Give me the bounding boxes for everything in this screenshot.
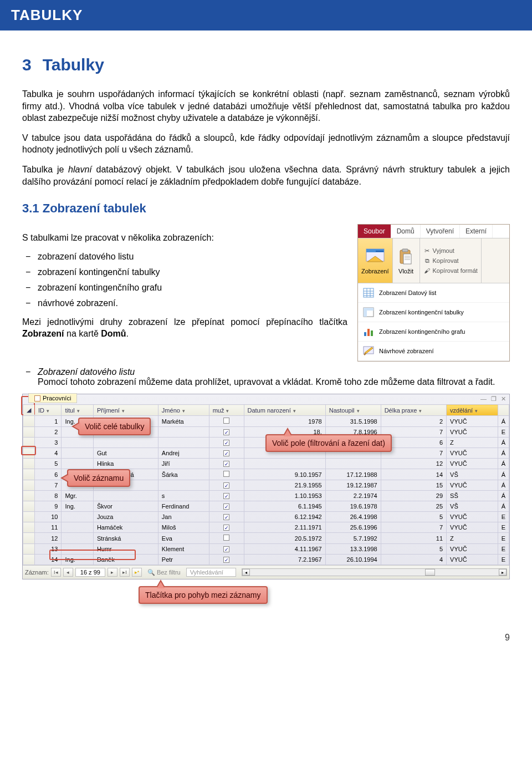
table-row[interactable]: 12StránskáEva20.5.19725.7.199211ZE — [23, 533, 509, 544]
row-selector[interactable] — [23, 480, 35, 491]
column-header[interactable]: Jméno▾ — [158, 405, 209, 416]
window-buttons: ― ❐ ✕ — [480, 395, 506, 403]
checkbox[interactable] — [223, 535, 229, 541]
search-box[interactable]: Vyhledávání — [186, 568, 236, 577]
checkbox[interactable] — [223, 418, 229, 424]
row-selector[interactable] — [23, 501, 35, 512]
table-row[interactable]: 8Mgr.s✓1.10.19532.2.197429SŠÁ — [23, 491, 509, 501]
column-header[interactable]: ID▾ — [35, 405, 62, 416]
table-row[interactable]: 11HamáčekMiloš✓2.11.197125.6.19967VYUČE — [23, 522, 509, 533]
callout-nav-buttons: Tlačítka pro pohyb mezi záznamy — [139, 586, 268, 604]
table-row[interactable]: 9Ing.ŠkvorFerdinand✓6.1.194519.6.197825V… — [23, 501, 509, 512]
dropdown-icon[interactable]: ▾ — [357, 408, 360, 414]
page-number: 9 — [0, 624, 532, 652]
column-header[interactable]: titul▾ — [62, 405, 93, 416]
scroll-right-button[interactable]: ▸ — [499, 569, 507, 576]
row-selector[interactable] — [23, 522, 35, 533]
bullet-list: −zobrazení datového listu −zobrazení kon… — [22, 252, 347, 308]
list-item: zobrazení kontingenčního grafu — [38, 283, 162, 293]
view-icon[interactable] — [365, 247, 385, 267]
list-item: zobrazení kontingenční tabulky — [38, 267, 160, 277]
row-selector[interactable] — [23, 416, 35, 427]
format-painter-button[interactable]: 🖌Kopírovat formát — [423, 266, 478, 276]
checkbox[interactable]: ✓ — [223, 461, 229, 467]
main-content: 3Tabulky Tabulka je souhrn uspořádaných … — [0, 30, 532, 624]
dropdown-icon[interactable]: ▾ — [122, 408, 125, 414]
dropdown-icon[interactable]: ▾ — [77, 408, 80, 414]
menu-pivot-table[interactable]: Zobrazení kontingenční tabulky — [358, 303, 509, 322]
row-selector[interactable] — [23, 491, 35, 501]
object-tab[interactable]: Pracovníci — [28, 393, 77, 403]
dropdown-icon[interactable]: ▾ — [226, 408, 229, 414]
dropdown-icon[interactable]: ▾ — [182, 408, 185, 414]
checkbox[interactable]: ✓ — [223, 504, 229, 510]
minimize-icon[interactable]: ― — [480, 395, 487, 403]
column-header[interactable] — [498, 405, 509, 416]
tab-externi[interactable]: Externí — [460, 225, 493, 238]
copy-icon: ⧉ — [423, 257, 431, 265]
nav-new-button[interactable]: ▸* — [132, 568, 142, 577]
nav-next-button[interactable]: ▸ — [108, 568, 117, 577]
nav-position[interactable]: 16 z 99 — [75, 568, 105, 577]
nav-prev-button[interactable]: ◂ — [63, 568, 73, 577]
row-selector[interactable] — [23, 459, 35, 469]
table-row[interactable]: 5HlinkaJiří✓12VYUČÁ — [23, 459, 509, 469]
checkbox[interactable]: ✓ — [223, 429, 229, 435]
copy-button[interactable]: ⧉Kopírovat — [423, 256, 459, 266]
row-selector[interactable] — [23, 512, 35, 522]
checkbox[interactable]: ✓ — [223, 440, 229, 446]
scroll-thumb[interactable] — [425, 569, 435, 576]
restore-icon[interactable]: ❐ — [491, 395, 497, 403]
paragraph: Mezi jednotlivými druhy zobrazení lze př… — [22, 316, 347, 340]
view-label: Zobrazení — [361, 268, 389, 274]
paste-label: Vložit — [398, 268, 413, 274]
section-heading: 3Tabulky — [22, 55, 510, 74]
checkbox[interactable]: ✓ — [223, 514, 229, 520]
cut-button[interactable]: ✂Vyjmout — [423, 246, 454, 256]
checkbox[interactable]: ✓ — [223, 493, 229, 499]
svg-rect-2 — [376, 251, 383, 252]
scroll-left-button[interactable]: ◂ — [242, 569, 250, 576]
column-header[interactable]: Datum narození▾ — [244, 405, 325, 416]
close-icon[interactable]: ✕ — [501, 395, 506, 403]
checkbox[interactable]: ✓ — [223, 546, 229, 552]
list-item: zobrazení datového listu — [38, 252, 134, 262]
column-header[interactable]: Nastoupil▾ — [325, 405, 381, 416]
menu-datasheet-view[interactable]: Zobrazení Datový list — [358, 283, 509, 303]
table-row[interactable]: 10JouzaJan✓6.12.194226.4.19985VYUČE — [23, 512, 509, 522]
column-header[interactable]: muž▾ — [209, 405, 244, 416]
checkbox[interactable]: ✓ — [223, 557, 229, 563]
checkbox[interactable]: ✓ — [223, 482, 229, 489]
nav-last-button[interactable]: ▸I — [120, 568, 130, 577]
row-selector[interactable] — [23, 544, 35, 555]
row-selector[interactable] — [23, 469, 35, 480]
row-selector[interactable] — [23, 427, 35, 438]
sub-heading: Zobrazení datového listu — [38, 367, 510, 377]
svg-rect-19 — [367, 329, 370, 336]
column-header-selected[interactable]: vzdělání▾ — [447, 405, 498, 416]
menu-design-view[interactable]: Návrhové zobrazení — [358, 342, 509, 361]
horizontal-scrollbar[interactable]: ◂ ▸ — [242, 568, 507, 576]
row-selector[interactable] — [23, 555, 35, 565]
column-header[interactable]: Příjmení▾ — [93, 405, 158, 416]
ribbon-figure: Soubor Domů Vytvoření Externí Zobrazení — [357, 224, 510, 362]
checkbox[interactable]: ✓ — [223, 450, 229, 456]
dropdown-icon[interactable]: ▾ — [47, 408, 49, 414]
menu-pivot-chart[interactable]: Zobrazení kontingenčního grafu — [358, 322, 509, 342]
dropdown-icon[interactable]: ▾ — [293, 408, 296, 414]
filter-indicator[interactable]: 🔍Bez filtru — [144, 568, 184, 577]
nav-first-button[interactable]: I◂ — [51, 568, 61, 577]
tab-domu[interactable]: Domů — [391, 225, 421, 238]
datasheet-icon — [362, 287, 375, 299]
datasheet-figure: Pracovníci ― ❐ ✕ ◢ ID▾ titul▾ Příjmení▾ … — [22, 394, 510, 579]
select-all-cell[interactable]: ◢ — [23, 405, 35, 416]
checkbox[interactable]: ✓ — [223, 525, 229, 531]
column-header[interactable]: Délka praxe▾ — [381, 405, 446, 416]
dropdown-icon[interactable]: ▾ — [475, 408, 478, 414]
tab-vytvoreni[interactable]: Vytvoření — [421, 225, 460, 238]
dropdown-icon[interactable]: ▾ — [419, 408, 422, 414]
paste-icon[interactable] — [396, 247, 416, 267]
checkbox[interactable] — [223, 471, 229, 477]
tab-soubor[interactable]: Soubor — [358, 225, 391, 238]
row-selector[interactable] — [23, 533, 35, 544]
